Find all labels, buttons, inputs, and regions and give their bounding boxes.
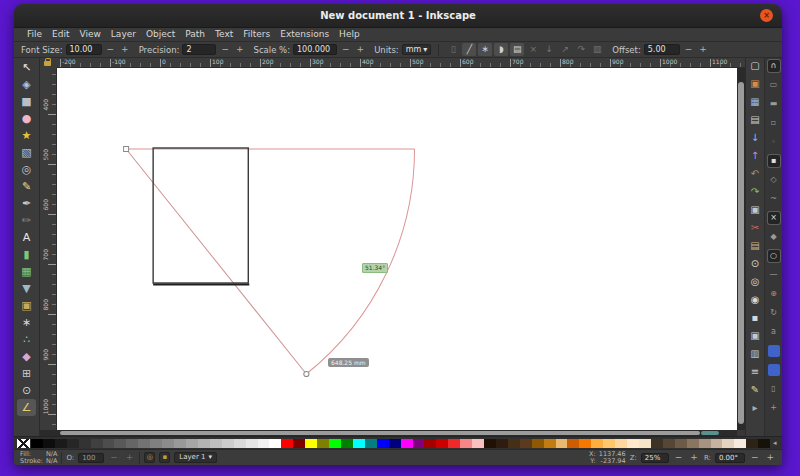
import-button[interactable]: ↓: [748, 131, 763, 145]
scale-input[interactable]: 100.000: [293, 44, 337, 55]
opacity-decrease-button[interactable]: −: [108, 452, 120, 463]
horizontal-scrollbar[interactable]: [40, 430, 737, 436]
zoom-tool[interactable]: ⊙: [17, 382, 36, 399]
layer-selector-dropdown[interactable]: Layer 1 ▾: [174, 452, 217, 463]
palette-swatch[interactable]: [603, 439, 615, 448]
palette-swatch[interactable]: [293, 439, 305, 448]
snap-others-toggle[interactable]: +: [768, 402, 780, 414]
palette-swatch[interactable]: [639, 439, 651, 448]
menu-item-extensions[interactable]: Extensions: [275, 28, 334, 41]
palette-swatch[interactable]: [186, 439, 198, 448]
palette-swatch[interactable]: [138, 439, 150, 448]
palette-swatch[interactable]: [31, 439, 43, 448]
convert-to-item-button[interactable]: ▥: [590, 43, 604, 56]
close-button[interactable]: ×: [760, 9, 773, 22]
show-hidden-intersections-toggle[interactable]: ∗: [478, 43, 492, 56]
snap-text-baselines-toggle[interactable]: a: [768, 326, 780, 338]
palette-swatch[interactable]: [67, 439, 79, 448]
snap-bounding-box-toggle[interactable]: ▭: [768, 79, 780, 91]
zoom-selection-button[interactable]: ⊙: [748, 257, 763, 271]
palette-swatch[interactable]: [711, 439, 723, 448]
precision-input[interactable]: 2: [182, 44, 216, 55]
ignore-first-last-toggle[interactable]: ╱: [462, 43, 476, 56]
drawn-rectangle[interactable]: [153, 148, 248, 283]
tweak-tool[interactable]: ∗: [17, 314, 36, 331]
measure-all-layers-toggle[interactable]: ▤: [510, 43, 524, 56]
zoom-center-page-button[interactable]: ▪: [748, 311, 763, 325]
palette-swatch[interactable]: [377, 439, 389, 448]
palette-swatch[interactable]: [258, 439, 270, 448]
palette-swatch[interactable]: [234, 439, 246, 448]
palette-swatch[interactable]: [567, 439, 579, 448]
font-size-decrease-button[interactable]: −: [105, 44, 117, 55]
menu-item-filters[interactable]: Filters: [238, 28, 275, 41]
font-size-increase-button[interactable]: +: [119, 44, 131, 55]
menu-item-file[interactable]: File: [22, 28, 47, 41]
phantom-measure-button[interactable]: ↓: [542, 43, 556, 56]
palette-swatch[interactable]: [758, 439, 770, 448]
text-tool[interactable]: A: [17, 229, 36, 246]
offset-input[interactable]: 5.00: [644, 44, 680, 55]
rotation-input[interactable]: 0.00°: [715, 453, 745, 463]
menu-item-text[interactable]: Text: [210, 28, 238, 41]
snap-bbox-centers-toggle[interactable]: ▪: [768, 155, 780, 167]
undo-button[interactable]: ↶: [748, 167, 763, 181]
layers-dialog-button[interactable]: ≡: [748, 365, 763, 379]
palette-swatch[interactable]: [699, 439, 711, 448]
snap-rotation-centers-toggle[interactable]: ↻: [768, 307, 780, 319]
copy-button[interactable]: ▣: [748, 203, 763, 217]
palette-swatch[interactable]: [722, 439, 734, 448]
pen-tool[interactable]: ✒: [17, 195, 36, 212]
units-dropdown[interactable]: mm ▾: [402, 44, 432, 55]
layer-visibility-eye-icon[interactable]: ◎: [144, 452, 155, 463]
rotation-increase-button[interactable]: +: [764, 452, 776, 463]
menu-item-object[interactable]: Object: [141, 28, 180, 41]
gradient-tool[interactable]: ▮: [17, 246, 36, 263]
palette-swatch[interactable]: [591, 439, 603, 448]
snap-paths-toggle[interactable]: ~: [768, 193, 780, 205]
export-button[interactable]: ↑: [748, 149, 763, 163]
scale-increase-button[interactable]: +: [355, 44, 367, 55]
snap-page-border-toggle[interactable]: ▯: [768, 383, 780, 395]
pencil-tool[interactable]: ✎: [17, 178, 36, 195]
opacity-input[interactable]: 100: [78, 453, 104, 463]
fill-stroke-indicator[interactable]: Fill: N/A Stroke: N/A: [20, 451, 57, 465]
palette-swatch[interactable]: [472, 439, 484, 448]
measure-tool[interactable]: ∠: [17, 399, 36, 416]
palette-swatch[interactable]: [579, 439, 591, 448]
snap-grids-toggle[interactable]: ▦: [768, 345, 780, 357]
print-button[interactable]: ▤: [748, 113, 763, 127]
zoom-increase-button[interactable]: +: [688, 452, 700, 463]
palette-swatch[interactable]: [687, 439, 699, 448]
palette-swatch[interactable]: [627, 439, 639, 448]
snap-bbox-edge-midpoints-toggle[interactable]: ◦: [768, 136, 780, 148]
palette-swatch[interactable]: [389, 439, 401, 448]
palette-swatch[interactable]: [484, 439, 496, 448]
palette-swatch[interactable]: [174, 439, 186, 448]
mark-dimension-button[interactable]: ↷: [574, 43, 588, 56]
snap-nodes-toggle[interactable]: ◇: [768, 174, 780, 186]
rectangle-tool[interactable]: ■: [17, 93, 36, 110]
measure-only-selected-toggle[interactable]: ▯: [446, 43, 460, 56]
commands-overflow-arrow[interactable]: ▸: [748, 401, 763, 415]
palette-swatch[interactable]: [651, 439, 663, 448]
palette-swatch[interactable]: [79, 439, 91, 448]
opacity-increase-button[interactable]: +: [124, 452, 136, 463]
duplicate-button[interactable]: ▣: [748, 329, 763, 343]
palette-swatch[interactable]: [520, 439, 532, 448]
palette-swatch[interactable]: [508, 439, 520, 448]
palette-swatch[interactable]: [198, 439, 210, 448]
palette-swatch[interactable]: [317, 439, 329, 448]
palette-swatch[interactable]: [281, 439, 293, 448]
snap-path-intersections-toggle[interactable]: ×: [768, 212, 780, 224]
connector-tool[interactable]: ⊞: [17, 365, 36, 382]
snap-cusp-nodes-toggle[interactable]: ◆: [768, 231, 780, 243]
palette-swatch[interactable]: [532, 439, 544, 448]
palette-swatch[interactable]: [365, 439, 377, 448]
layer-lock-icon[interactable]: ▪: [159, 452, 170, 463]
font-size-input[interactable]: 10.00: [66, 44, 102, 55]
offset-increase-button[interactable]: +: [697, 44, 709, 55]
snap-bbox-corners-toggle[interactable]: ▫: [768, 117, 780, 129]
palette-swatch[interactable]: [675, 439, 687, 448]
eraser-tool[interactable]: ◆: [17, 348, 36, 365]
